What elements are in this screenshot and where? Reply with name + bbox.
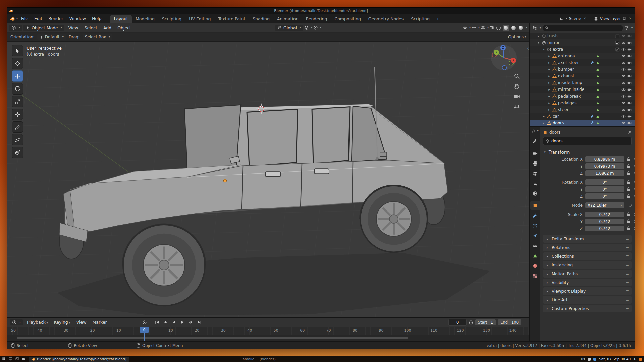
menu-edit[interactable]: Edit [31,15,45,22]
hide-eye-toggle[interactable] [620,87,626,92]
outliner-row-trash[interactable]: ▸trash [530,33,635,39]
gizmos-toggle-icon[interactable] [472,25,476,30]
tool-scale-button[interactable] [12,96,23,107]
tray-icon[interactable] [639,358,642,361]
section-menu-icon[interactable]: ≡ [626,245,629,250]
hide-eye-toggle[interactable] [620,54,626,58]
lock-icon[interactable] [626,226,631,231]
hide-eye-toggle[interactable] [620,81,626,85]
render-visibility-toggle[interactable] [626,67,632,72]
section-menu-icon[interactable]: ≡ [626,263,629,267]
animate-dot[interactable] [634,158,635,161]
tab-rendering[interactable]: Rendering [302,15,331,23]
exclude-checkbox[interactable] [614,34,620,38]
perspective-grid-icon[interactable] [514,103,520,110]
render-visibility-toggle[interactable] [626,34,632,38]
chevron-right-icon[interactable]: ▸ [547,95,551,98]
chevron-down-icon[interactable]: ▾ [542,48,546,51]
jump-end-button[interactable] [196,319,203,325]
hide-eye-toggle[interactable] [620,121,626,125]
menu-help[interactable]: Help [89,15,105,22]
animate-dot[interactable] [634,195,635,198]
hide-eye-toggle[interactable] [620,94,626,99]
value-field[interactable]: 0° [585,186,624,192]
render-visibility-toggle[interactable] [626,41,632,45]
taskbar-menu-icon[interactable] [2,357,6,361]
chevron-right-icon[interactable]: ▸ [547,88,551,91]
section-collections[interactable]: ▸Collections≡ [543,252,632,260]
pan-hand-icon[interactable] [514,83,520,89]
viewport-3d[interactable]: User Perspective (0) extra | doors [7,42,529,317]
menu-select[interactable]: Select [81,24,100,32]
properties-tab-particles[interactable] [530,221,540,230]
animate-dot[interactable] [634,172,635,175]
hide-eye-toggle[interactable] [620,74,626,78]
tab-sculpting[interactable]: Sculpting [158,15,185,23]
value-field[interactable]: 1.6862 m [585,170,624,176]
rotation-mode-dropdown[interactable]: XYZ Euler▾ [585,202,624,208]
lock-icon[interactable] [626,187,631,192]
taskbar-files-icon[interactable] [22,357,26,361]
shading-wireframe-button[interactable] [495,25,502,31]
properties-tab-scene[interactable] [530,179,540,188]
value-field[interactable]: 0° [585,179,624,185]
chevron-down-icon[interactable]: ▾ [540,27,541,29]
tool-cursor-button[interactable] [12,58,23,69]
animate-dot[interactable] [634,165,635,168]
tool-select-box-button[interactable] [12,45,23,56]
properties-tab-physics[interactable] [530,231,540,240]
section-menu-icon[interactable]: ≡ [626,306,629,311]
animate-dot[interactable] [634,227,635,230]
chevron-down-icon[interactable]: ▾ [526,26,527,29]
tab-scripting[interactable]: Scripting [407,15,433,23]
camera-view-icon[interactable] [514,93,520,100]
outliner-row-steer[interactable]: ▸steer [530,106,635,113]
section-viewport-display[interactable]: ▸Viewport Display≡ [543,287,632,295]
chevron-right-icon[interactable]: ▸ [547,61,551,64]
section-instancing[interactable]: ▸Instancing≡ [543,261,632,269]
sidebar-collapse-icon[interactable]: ‹ [527,46,529,51]
chevron-right-icon[interactable]: ▸ [547,108,551,111]
properties-tab-material[interactable] [530,261,540,270]
shading-material-button[interactable] [510,25,517,31]
object-name-field[interactable]: doors [543,137,632,145]
properties-tab-object[interactable] [530,201,540,210]
timeline-track[interactable] [7,335,529,341]
play-reverse-button[interactable] [170,319,178,325]
outliner-row-extra[interactable]: ▾extra [530,46,635,53]
taskbar-window-0[interactable]: Blender [/home/amalie/Desktop/blender/ca… [29,357,129,362]
outliner-search-input[interactable] [543,25,623,31]
taskbar-desktop-icon[interactable] [9,357,12,361]
outliner-row-pedalgas[interactable]: ▸pedalgas [530,100,635,106]
orientation-setting-dropdown[interactable]: Default ▾ [37,34,66,40]
section-menu-icon[interactable]: ≡ [626,280,629,285]
render-visibility-toggle[interactable] [626,47,632,52]
xray-toggle-icon[interactable] [490,25,494,30]
breadcrumb-object[interactable]: doors [549,130,561,135]
remove-viewlayer-icon[interactable]: ✕ [628,17,632,20]
render-visibility-toggle[interactable] [626,87,632,92]
render-visibility-toggle[interactable] [626,101,632,105]
transform-section-header[interactable]: ▾ Transform [543,148,632,156]
transform-orientation-dropdown[interactable]: Global ▾ [275,25,303,31]
outliner-editor-icon[interactable] [532,26,537,31]
snap-magnet-icon[interactable] [304,25,309,30]
tab-animation[interactable]: Animation [273,15,302,23]
section-menu-icon[interactable]: ≡ [626,272,629,276]
shading-rendered-button[interactable] [518,25,524,31]
menu-render[interactable]: Render [45,15,66,22]
chevron-right-icon[interactable]: ▸ [542,121,546,125]
section-menu-icon[interactable]: ≡ [626,237,629,241]
value-field[interactable]: 0.742 [585,226,624,231]
tab-shading[interactable]: Shading [249,15,273,23]
animate-dot[interactable] [634,188,635,191]
render-visibility-toggle[interactable] [626,74,632,78]
outliner-row-axel_steer[interactable]: ▸axel_steer [530,59,635,66]
outliner-row-car[interactable]: ▸car [530,113,635,120]
hide-eye-toggle[interactable] [620,67,626,72]
chevron-right-icon[interactable]: ▸ [547,54,551,58]
lock-icon[interactable] [626,157,631,162]
chevron-down-icon[interactable]: ▾ [487,26,489,29]
outliner-row-doors[interactable]: ▸doors [530,120,635,126]
chevron-down-icon[interactable]: ▾ [311,26,312,29]
